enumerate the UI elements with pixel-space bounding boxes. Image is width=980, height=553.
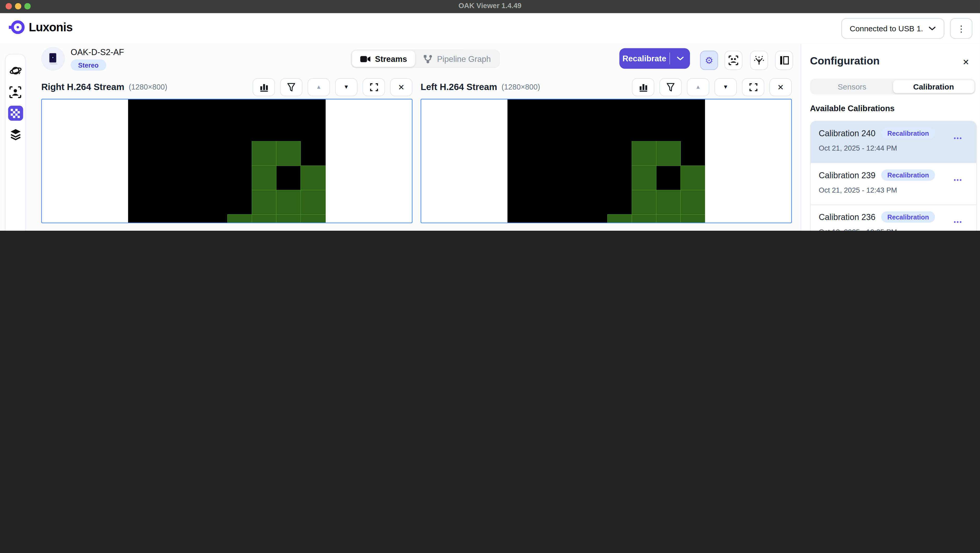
configuration-tabs: Sensors Calibration: [810, 79, 975, 94]
laser-projector-button[interactable]: [750, 51, 768, 70]
sidebar-item-layers[interactable]: [8, 127, 23, 142]
right-stream-title: Right H.264 Stream: [41, 82, 124, 92]
more-options-button[interactable]: ⋮: [950, 18, 972, 38]
checkerboard-icon: [11, 108, 20, 118]
view-tabs: Streams Pipeline Graph: [351, 49, 500, 68]
device-image: [47, 52, 59, 66]
app-window: OAK Viewer 1.4.49 Luxonis Connected to U…: [0, 0, 980, 231]
calibration-card[interactable]: Calibration 236Recalibration•••Oct 13, 2…: [811, 205, 976, 231]
recalibration-badge: Recalibration: [881, 127, 935, 139]
bar-chart-icon: [638, 82, 648, 92]
close-icon: ✕: [398, 82, 404, 92]
fullscreen-icon: [749, 83, 757, 91]
sidebar-item-orbit[interactable]: [8, 63, 23, 78]
configuration-title: Configuration: [810, 55, 880, 68]
calibration-date: Oct 21, 2025 - 12:43 PM: [819, 186, 897, 194]
close-stream-button[interactable]: ✕: [769, 78, 792, 96]
side-panel-icon: [779, 55, 789, 66]
sidebar-item-calibration-board[interactable]: [8, 106, 23, 121]
close-stream-button[interactable]: ✕: [390, 78, 412, 96]
sidebar-item-face-capture[interactable]: [8, 84, 23, 99]
panel-toggle-button[interactable]: [775, 51, 793, 70]
tab-pipeline-graph-label: Pipeline Graph: [437, 54, 491, 64]
calibration-name: Calibration 236: [819, 212, 876, 222]
right-stream-header: Right H.264 Stream (1280×800) ▲ ▼: [41, 78, 412, 96]
face-capture-button[interactable]: [724, 51, 742, 70]
fullscreen-button[interactable]: [363, 78, 385, 96]
configuration-panel: Configuration ✕ Sensors Calibration Avai…: [800, 44, 980, 231]
kebab-icon: ⋮: [957, 24, 966, 33]
calibration-name: Calibration 239: [819, 171, 876, 180]
filter-button[interactable]: [659, 78, 682, 96]
window-title: OAK Viewer 1.4.49: [0, 2, 980, 10]
right-stream-resolution: (1280×800): [129, 83, 167, 91]
recalibration-badge: Recalibration: [881, 169, 935, 181]
device-name: OAK-D-S2-AF: [71, 48, 124, 57]
triangle-down-icon: ▼: [344, 84, 349, 90]
funnel-icon: [666, 82, 675, 92]
funnel-icon: [287, 82, 296, 92]
bar-chart-icon: [259, 82, 269, 92]
chevron-down-icon: [677, 56, 683, 61]
available-calibrations-heading: Available Calibrations: [810, 104, 894, 113]
triangle-down-icon: ▼: [723, 84, 728, 90]
layers-icon: [9, 128, 22, 141]
window-titlebar: OAK Viewer 1.4.49: [0, 0, 980, 14]
tab-pipeline-graph[interactable]: Pipeline Graph: [415, 51, 499, 67]
fullscreen-button[interactable]: [742, 78, 764, 96]
gear-icon: ⚙: [705, 56, 713, 65]
left-stream-title: Left H.264 Stream: [421, 82, 498, 92]
right-stream-frame: [128, 99, 326, 223]
move-down-button[interactable]: ▼: [335, 78, 357, 96]
tab-streams-label: Streams: [375, 54, 407, 64]
calibration-more-button[interactable]: •••: [954, 219, 962, 225]
calibration-more-button[interactable]: •••: [954, 177, 962, 183]
calibration-card[interactable]: Calibration 239Recalibration•••Oct 21, 2…: [811, 163, 976, 205]
move-down-button[interactable]: ▼: [714, 78, 737, 96]
main-content: » OAK-D-S2-AF Stereo: [0, 44, 800, 231]
pipeline-graph-icon: [423, 54, 433, 64]
calibration-name: Calibration 240: [819, 128, 876, 138]
close-icon: ✕: [777, 82, 784, 92]
tab-sensors[interactable]: Sensors: [811, 80, 893, 93]
calibration-date: Oct 13, 2025 - 10:35 PM: [819, 228, 897, 231]
settings-button[interactable]: ⚙: [700, 51, 718, 70]
video-camera-icon: [360, 55, 371, 63]
left-stream-video: [421, 99, 792, 223]
brand-name: Luxonis: [29, 20, 73, 34]
calibration-date: Oct 21, 2025 - 12:44 PM: [819, 144, 897, 152]
recalibration-badge: Recalibration: [881, 211, 935, 223]
luxonis-logo-icon: [9, 19, 26, 36]
calibration-card[interactable]: Calibration 240Recalibration•••Oct 21, 2…: [811, 121, 976, 163]
move-up-button[interactable]: ▲: [687, 78, 709, 96]
chevron-down-icon: [929, 26, 935, 31]
fullscreen-icon: [370, 83, 378, 91]
close-icon: ✕: [963, 57, 969, 67]
triangle-up-icon: ▲: [695, 84, 701, 90]
right-stream-content: [128, 99, 326, 223]
configuration-close-button[interactable]: ✕: [963, 57, 969, 67]
move-up-button[interactable]: ▲: [307, 78, 330, 96]
device-type-badge: Stereo: [71, 59, 106, 71]
calibration-more-button[interactable]: •••: [954, 135, 962, 142]
tab-streams[interactable]: Streams: [352, 51, 415, 67]
left-stream-frame: [508, 99, 705, 223]
device-row: OAK-D-S2-AF Stereo: [41, 47, 124, 74]
left-stream-content: [508, 99, 705, 223]
recalibrate-button[interactable]: Recalibrate: [619, 48, 690, 69]
recalibrate-dropdown[interactable]: [670, 56, 690, 61]
right-stream-video: [41, 99, 412, 223]
left-stream-resolution: (1280×800): [502, 83, 540, 91]
histogram-button[interactable]: [253, 78, 275, 96]
histogram-button[interactable]: [632, 78, 654, 96]
connection-select[interactable]: Connected to USB 1.: [841, 18, 944, 38]
left-stream-header: Left H.264 Stream (1280×800) ▲ ▼: [421, 78, 792, 96]
left-sidebar: [5, 54, 25, 231]
device-avatar: [41, 47, 65, 71]
tab-calibration[interactable]: Calibration: [893, 80, 975, 93]
recalibrate-label: Recalibrate: [619, 54, 669, 63]
face-frame-icon: [9, 85, 22, 99]
face-capture-icon: [728, 55, 739, 66]
filter-button[interactable]: [280, 78, 302, 96]
connection-label: Connected to USB 1.: [850, 24, 923, 33]
